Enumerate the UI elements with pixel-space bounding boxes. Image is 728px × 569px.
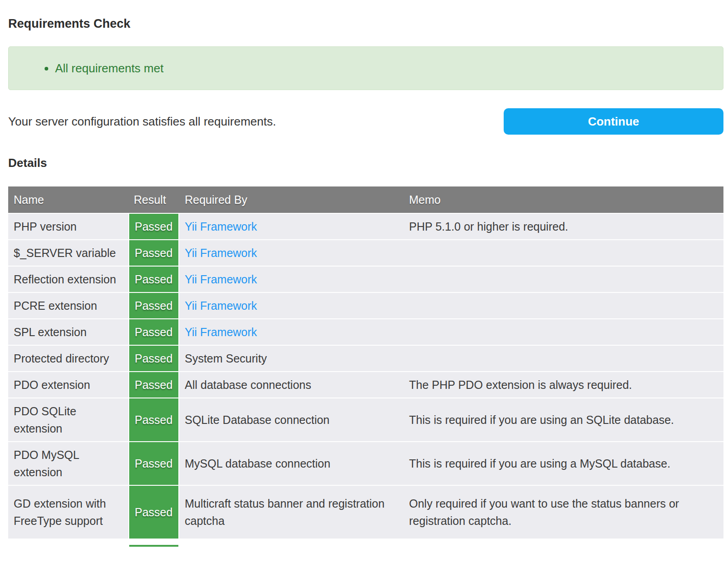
result-badge: Passed [128,240,179,267]
requirement-memo [404,267,723,293]
required-by: Yii Framework [179,240,404,267]
table-row: PDO MySQL extensionPassedMySQL database … [8,442,723,486]
column-header-result: Result [128,186,179,214]
required-by-link[interactable]: Yii Framework [185,326,257,338]
required-by: Multicraft status banner and registratio… [179,486,404,539]
result-badge: Passed [128,486,179,539]
required-by: All database connections [179,372,404,398]
result-badge: Passed [128,442,179,486]
requirement-name: PDO SQLite extension [8,398,128,442]
table-row: GD extension with FreeType supportPassed… [8,486,723,539]
requirement-memo: This is required if you are using a MySQ… [404,442,723,486]
continue-button[interactable]: Continue [504,108,723,135]
requirement-memo [404,346,723,372]
table-row: SPL extensionPassedYii Framework [8,319,723,346]
requirement-name: PDO MySQL extension [8,442,128,486]
requirement-memo [404,319,723,346]
required-by: System Security [179,346,404,372]
column-header-required-by: Required By [179,186,404,214]
summary-text: Your server configuration satisfies all … [8,113,504,130]
table-row: PCRE extensionPassedYii Framework [8,293,723,319]
table-row: $_SERVER variablePassedYii Framework [8,240,723,267]
required-by-link[interactable]: Yii Framework [185,299,257,312]
requirement-name: PCRE extension [8,293,128,319]
requirements-table-body: PHP versionPassedYii FrameworkPHP 5.1.0 … [8,214,723,539]
requirement-memo [404,293,723,319]
required-by-link[interactable]: Yii Framework [185,273,257,286]
required-by: SQLite Database connection [179,398,404,442]
required-by: Yii Framework [179,319,404,346]
requirement-name: Protected directory [8,346,128,372]
requirement-memo [404,240,723,267]
required-by: MySQL database connection [179,442,404,486]
required-by: Yii Framework [179,267,404,293]
table-header-row: Name Result Required By Memo [8,186,723,214]
table-row: Protected directoryPassedSystem Security [8,346,723,372]
page-title: Requirements Check [8,16,723,31]
summary-row: Your server configuration satisfies all … [8,108,723,135]
table-row: Reflection extensionPassedYii Framework [8,267,723,293]
column-header-memo: Memo [404,186,723,214]
required-by-link[interactable]: Yii Framework [185,247,257,259]
alert-list: All requirements met [9,60,723,77]
requirement-memo: This is required if you are using an SQL… [404,398,723,442]
requirement-name: $_SERVER variable [8,240,128,267]
column-header-name: Name [8,186,128,214]
table-row: PDO extensionPassedAll database connecti… [8,372,723,398]
next-row-sliver [8,545,723,547]
required-by: Yii Framework [179,293,404,319]
requirements-alert: All requirements met [8,46,723,90]
result-badge: Passed [128,372,179,398]
requirement-name: PDO extension [8,372,128,398]
requirement-name: PHP version [8,214,128,240]
requirement-name: Reflection extension [8,267,128,293]
page: Requirements Check All requirements met … [8,16,723,547]
result-badge: Passed [128,398,179,442]
next-row-result-sliver [129,545,178,547]
requirement-memo: Only required if you want to use the sta… [404,486,723,539]
details-heading: Details [8,156,723,170]
requirements-table: Name Result Required By Memo PHP version… [8,186,723,539]
result-badge: Passed [128,293,179,319]
result-badge: Passed [128,319,179,346]
alert-item: All requirements met [55,60,723,77]
result-badge: Passed [128,346,179,372]
requirement-memo: The PHP PDO extension is always required… [404,372,723,398]
required-by-link[interactable]: Yii Framework [185,220,257,233]
result-badge: Passed [128,267,179,293]
requirement-memo: PHP 5.1.0 or higher is required. [404,214,723,240]
result-badge: Passed [128,214,179,240]
required-by: Yii Framework [179,214,404,240]
requirement-name: SPL extension [8,319,128,346]
requirement-name: GD extension with FreeType support [8,486,128,539]
table-row: PHP versionPassedYii FrameworkPHP 5.1.0 … [8,214,723,240]
table-row: PDO SQLite extensionPassedSQLite Databas… [8,398,723,442]
